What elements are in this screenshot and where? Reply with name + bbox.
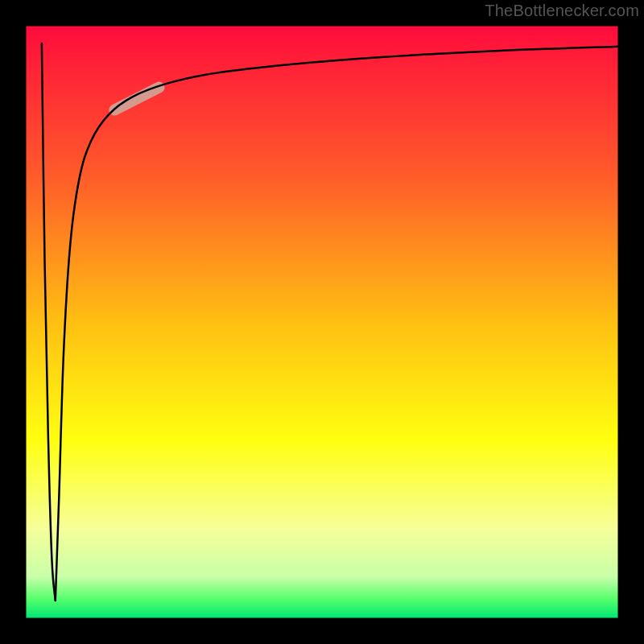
attribution-label: TheBottlenecker.com xyxy=(485,2,639,20)
chart-svg xyxy=(0,0,644,644)
chart-stage: TheBottlenecker.com xyxy=(0,0,644,644)
